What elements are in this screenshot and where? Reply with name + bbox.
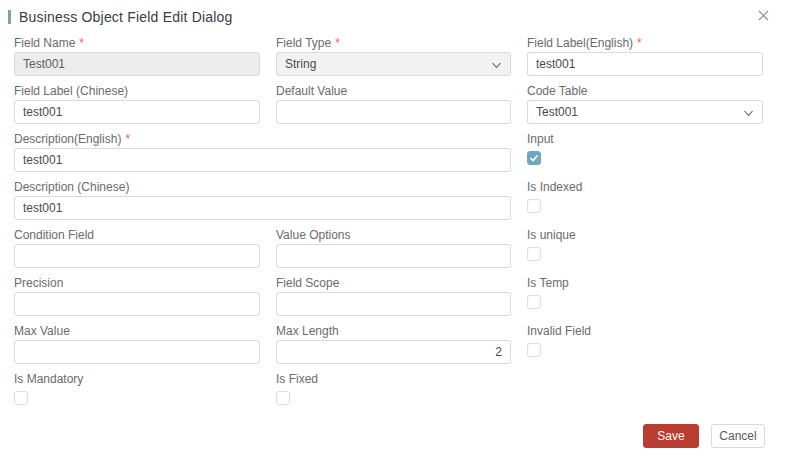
invalid-field-checkbox[interactable]	[527, 343, 541, 357]
field-group-description-english: Description(English)*	[14, 131, 511, 172]
condition-field-input[interactable]	[14, 244, 260, 268]
description-chinese-input[interactable]	[14, 196, 511, 220]
field-group-field-scope: Field Scope	[276, 275, 511, 316]
chevron-down-icon	[743, 108, 754, 119]
input-checkbox[interactable]	[527, 151, 541, 165]
field-group-description-chinese: Description (Chinese)	[14, 179, 511, 220]
description-english-input[interactable]	[14, 148, 511, 172]
code-table-label: Code Table	[527, 83, 763, 100]
field-group-is-fixed: Is Fixed	[276, 371, 511, 405]
field-group-field-name: Field Name*	[14, 35, 260, 76]
field-group-field-label-chinese: Field Label (Chinese)	[14, 83, 260, 124]
condition-field-label: Condition Field	[14, 227, 260, 244]
description-chinese-label: Description (Chinese)	[14, 179, 511, 196]
required-asterisk: *	[335, 36, 340, 50]
default-value-label: Default Value	[276, 83, 511, 100]
required-asterisk: *	[79, 36, 84, 50]
dialog-footer: Save Cancel	[643, 424, 765, 448]
check-icon	[529, 153, 539, 163]
field-group-invalid-field: Invalid Field	[527, 323, 763, 364]
is-indexed-label: Is Indexed	[527, 179, 763, 196]
invalid-field-label: Invalid Field	[527, 323, 763, 340]
field-label-chinese-input[interactable]	[14, 100, 260, 124]
is-fixed-label: Is Fixed	[276, 371, 511, 388]
is-indexed-checkbox[interactable]	[527, 199, 541, 213]
is-unique-label: Is unique	[527, 227, 763, 244]
precision-label: Precision	[14, 275, 260, 292]
max-length-label: Max Length	[276, 323, 511, 340]
default-value-input[interactable]	[276, 100, 511, 124]
description-english-label: Description(English)*	[14, 131, 511, 148]
field-label-english-label: Field Label(English)*	[527, 35, 763, 52]
max-value-label: Max Value	[14, 323, 260, 340]
field-scope-label: Field Scope	[276, 275, 511, 292]
value-options-label: Value Options	[276, 227, 511, 244]
field-type-label: Field Type*	[276, 35, 511, 52]
field-group-is-temp: Is Temp	[527, 275, 763, 316]
is-fixed-checkbox[interactable]	[276, 391, 290, 405]
input-label: Input	[527, 131, 763, 148]
chevron-down-icon	[491, 60, 502, 71]
field-label-chinese-label: Field Label (Chinese)	[14, 83, 260, 100]
cancel-button[interactable]: Cancel	[711, 424, 765, 448]
field-group-default-value: Default Value	[276, 83, 511, 124]
field-label-english-input[interactable]	[527, 52, 763, 76]
close-icon	[758, 10, 769, 21]
field-group-field-type: Field Type* String	[276, 35, 511, 76]
page-title: Business Object Field Edit Dialog	[19, 9, 233, 25]
field-group-code-table: Code Table Test001	[527, 83, 763, 124]
dialog-header: Business Object Field Edit Dialog	[0, 0, 785, 25]
required-asterisk: *	[637, 36, 642, 50]
empty-cell	[527, 371, 763, 405]
field-name-input[interactable]	[14, 52, 260, 76]
field-type-select[interactable]: String	[276, 52, 511, 76]
code-table-select[interactable]: Test001	[527, 100, 763, 124]
max-value-input[interactable]	[14, 340, 260, 364]
field-group-max-length: Max Length	[276, 323, 511, 364]
is-unique-checkbox[interactable]	[527, 247, 541, 261]
field-type-selected-value: String	[285, 57, 316, 71]
close-button[interactable]	[755, 7, 771, 23]
field-group-input: Input	[527, 131, 763, 172]
is-mandatory-label: Is Mandatory	[14, 371, 260, 388]
save-button[interactable]: Save	[643, 424, 699, 448]
field-edit-form: Field Name* Field Type* String Field Lab…	[14, 35, 763, 405]
required-asterisk: *	[125, 132, 130, 146]
is-temp-checkbox[interactable]	[527, 295, 541, 309]
max-length-input[interactable]	[276, 340, 511, 364]
is-mandatory-checkbox[interactable]	[14, 391, 28, 405]
field-name-label: Field Name*	[14, 35, 260, 52]
field-group-field-label-english: Field Label(English)*	[527, 35, 763, 76]
is-temp-label: Is Temp	[527, 275, 763, 292]
field-group-max-value: Max Value	[14, 323, 260, 364]
field-scope-input[interactable]	[276, 292, 511, 316]
value-options-input[interactable]	[276, 244, 511, 268]
title-accent-bar	[8, 10, 11, 24]
field-group-is-unique: Is unique	[527, 227, 763, 268]
field-group-value-options: Value Options	[276, 227, 511, 268]
field-group-condition-field: Condition Field	[14, 227, 260, 268]
precision-input[interactable]	[14, 292, 260, 316]
field-group-is-mandatory: Is Mandatory	[14, 371, 260, 405]
code-table-selected-value: Test001	[536, 105, 578, 119]
field-group-precision: Precision	[14, 275, 260, 316]
field-group-is-indexed: Is Indexed	[527, 179, 763, 220]
